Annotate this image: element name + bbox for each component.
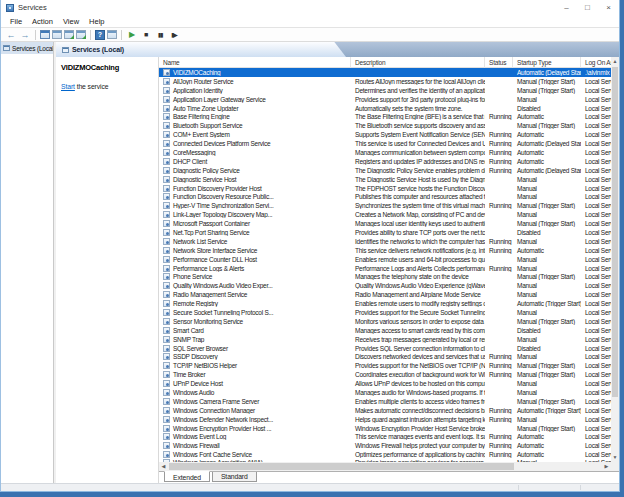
menu-help[interactable]: Help [84, 17, 109, 26]
service-gear-icon [163, 113, 170, 120]
service-status: Running [485, 131, 513, 138]
start-service-link[interactable]: Start [61, 83, 75, 90]
back-button[interactable]: ← [5, 29, 17, 41]
help-button[interactable]: ? [95, 30, 105, 40]
service-description: Allows UPnP devices to be hosted on this… [351, 380, 485, 387]
forward-button[interactable]: → [19, 29, 31, 41]
table-row[interactable]: Windows Audio Manages audio for Windows-… [159, 388, 611, 397]
table-row[interactable]: Connected Devices Platform Service This … [159, 139, 611, 148]
table-row[interactable]: TCP/IP NetBIOS Helper Provides support f… [159, 361, 611, 370]
pane-header-tab: Services (Local) [56, 42, 346, 57]
table-row[interactable]: Microsoft Passport Container Manages loc… [159, 219, 611, 228]
status-bar-separator [580, 485, 581, 490]
service-description: Publishes this computer and resources at… [351, 193, 485, 200]
minimize-button[interactable]: – [556, 0, 577, 15]
table-row[interactable]: Function Discovery Resource Public... Pu… [159, 192, 611, 201]
table-row[interactable]: Windows Font Cache Service Optimizes per… [159, 450, 611, 459]
table-row[interactable]: UPnP Device Host Allows UPnP devices to … [159, 379, 611, 388]
service-status: Running [485, 238, 513, 245]
tab-extended[interactable]: Extended [164, 471, 210, 482]
table-row[interactable]: Diagnostic Policy Service The Diagnostic… [159, 166, 611, 175]
horizontal-scrollbar[interactable]: ◀ ▶ [159, 462, 611, 471]
table-row[interactable]: Windows Encryption Provider Host ... Win… [159, 424, 611, 433]
table-row[interactable]: Smart Card Manages access to smart cards… [159, 326, 611, 335]
table-row[interactable]: Secure Socket Tunneling Protocol S... Pr… [159, 308, 611, 317]
service-log-on-as: Local Service [581, 442, 611, 449]
service-description: Performance Logs and Alerts Collects per… [351, 265, 485, 272]
column-header-startup-type[interactable]: Startup Type [513, 57, 581, 68]
table-row[interactable]: Phone Service Manages the telephony stat… [159, 272, 611, 281]
export-list-button[interactable] [76, 30, 86, 39]
table-row[interactable]: Quality Windows Audio Video Exper... Qua… [159, 281, 611, 290]
column-header-log-on-as[interactable]: Log On As [581, 57, 615, 68]
vertical-scrollbar[interactable]: ▲ ▼ [611, 57, 619, 462]
table-row[interactable]: Base Filtering Engine The Base Filtering… [159, 112, 611, 121]
title-bar[interactable]: Services – □ × [1, 0, 619, 15]
maximize-button[interactable]: □ [577, 0, 598, 15]
scroll-left-arrow[interactable]: ◀ [159, 462, 168, 471]
column-header-status[interactable]: Status [485, 57, 513, 68]
table-row[interactable]: Performance Logs & Alerts Performance Lo… [159, 264, 611, 273]
table-row[interactable]: Function Discovery Provider Host The FDP… [159, 184, 611, 193]
table-row[interactable]: SNMP Trap Receives trap messages generat… [159, 335, 611, 344]
table-row[interactable]: Network List Service Identifies the netw… [159, 237, 611, 246]
service-log-on-as: Local Service [581, 149, 611, 156]
service-status: Running [485, 407, 513, 414]
properties-button[interactable] [52, 30, 62, 39]
show-console-tree-button[interactable] [40, 30, 50, 39]
service-log-on-as: Local Service [581, 336, 611, 343]
table-row[interactable]: Auto Time Zone Updater Automatically set… [159, 104, 611, 113]
extended-view-button[interactable] [107, 30, 117, 39]
table-row[interactable]: SSDP Discovery Discovers networked devic… [159, 353, 611, 362]
table-row[interactable]: Net.Tcp Port Sharing Service Provides ab… [159, 228, 611, 237]
table-row[interactable]: Radio Management Service Radio Managemen… [159, 290, 611, 299]
refresh-button[interactable] [64, 30, 74, 39]
service-log-on-as: Local Service [581, 345, 611, 352]
table-row[interactable]: Windows Defender Network Inspect... Help… [159, 415, 611, 424]
service-gear-icon [163, 202, 170, 209]
table-row[interactable]: DHCP Client Registers and updates IP add… [159, 157, 611, 166]
pause-service-button[interactable]: ▮▮ [154, 29, 166, 41]
menu-view[interactable]: View [58, 17, 84, 26]
service-startup-type: Automatic (Delayed Start) [513, 69, 581, 76]
start-service-button[interactable]: ▶ [126, 29, 138, 41]
scroll-up-arrow[interactable]: ▲ [611, 57, 619, 66]
tree-item-services-local[interactable]: Services (Local) [1, 42, 53, 54]
table-row[interactable]: Time Broker Coordinates execution of bac… [159, 370, 611, 379]
horizontal-scroll-thumb[interactable] [169, 463, 514, 470]
table-row[interactable]: Performance Counter DLL Host Enables rem… [159, 255, 611, 264]
table-row[interactable]: COM+ Event System Supports System Event … [159, 130, 611, 139]
menu-file[interactable]: File [5, 17, 27, 26]
table-row[interactable]: Windows Firewall Windows Firewall helps … [159, 441, 611, 450]
table-row[interactable]: Hyper-V Time Synchronization Servi... Sy… [159, 201, 611, 210]
service-status: Running [485, 265, 513, 272]
service-log-on-as: Local Service [581, 273, 611, 280]
menu-action[interactable]: Action [27, 17, 58, 26]
table-row[interactable]: Link-Layer Topology Discovery Map... Cre… [159, 210, 611, 219]
table-row[interactable]: Sensor Monitoring Service Monitors vario… [159, 317, 611, 326]
table-row[interactable]: Bluetooth Support Service The Bluetooth … [159, 121, 611, 130]
table-row[interactable]: AllJoyn Router Service Routes AllJoyn me… [159, 77, 611, 86]
table-row[interactable]: CoreMessaging Manages communication betw… [159, 148, 611, 157]
table-row[interactable]: Application Layer Gateway Service Provid… [159, 95, 611, 104]
scroll-down-arrow[interactable]: ▼ [611, 453, 619, 462]
column-header-name[interactable]: Name [159, 57, 351, 68]
vertical-scroll-thumb[interactable] [612, 67, 618, 397]
service-description: Automatically sets the system time zone. [351, 105, 485, 112]
tab-standard[interactable]: Standard [212, 472, 257, 482]
table-row[interactable]: Windows Camera Frame Server Enables mult… [159, 397, 611, 406]
table-row[interactable]: Remote Registry Enables remote users to … [159, 299, 611, 308]
service-log-on-as: Local Service [581, 265, 611, 272]
close-button[interactable]: × [598, 0, 619, 15]
table-row[interactable]: Network Store Interface Service This ser… [159, 246, 611, 255]
table-row[interactable]: Diagnostic Service Host The Diagnostic S… [159, 175, 611, 184]
table-row[interactable]: Application Identity Determines and veri… [159, 86, 611, 95]
table-row[interactable]: Windows Event Log This service manages e… [159, 433, 611, 442]
column-header-description[interactable]: Description [351, 57, 485, 68]
stop-service-button[interactable]: ■ [140, 29, 152, 41]
scroll-right-arrow[interactable]: ▶ [602, 462, 611, 471]
restart-service-button[interactable]: ▮▶ [168, 29, 180, 41]
table-row[interactable]: VIDIZMOCaching Automatic (Delayed Start)… [159, 68, 611, 77]
table-row[interactable]: Windows Connection Manager Makes automat… [159, 406, 611, 415]
table-row[interactable]: SQL Server Browser Provides SQL Server c… [159, 344, 611, 353]
